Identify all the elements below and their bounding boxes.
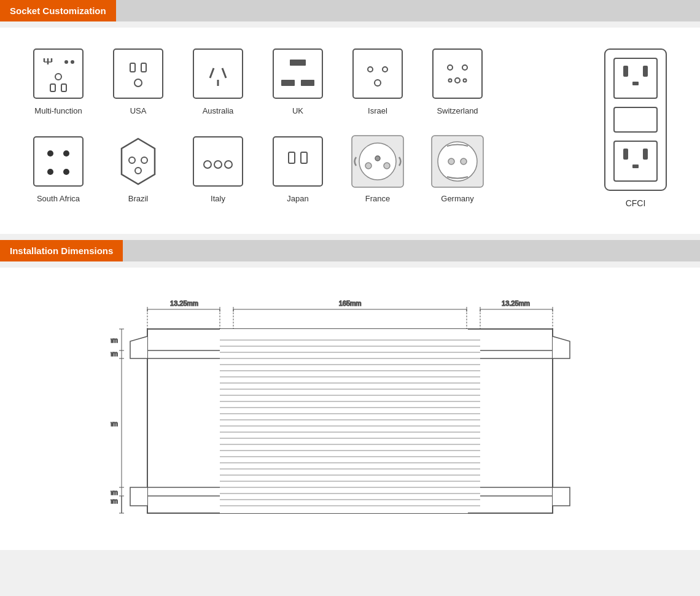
- svg-rect-11: [130, 63, 135, 72]
- socket-item-switzerland: Switzerland: [430, 46, 485, 115]
- svg-point-6: [71, 60, 74, 64]
- socket-label-japan: Japan: [287, 194, 308, 203]
- svg-point-56: [461, 158, 467, 164]
- svg-point-50: [375, 156, 380, 161]
- socket-section-title: Socket Customization: [0, 0, 116, 21]
- svg-rect-62: [614, 107, 657, 132]
- svg-point-13: [134, 79, 142, 87]
- svg-point-7: [55, 74, 61, 80]
- socket-item-usa: USA: [111, 46, 166, 115]
- dim-left-top: 20mm: [111, 336, 118, 344]
- svg-point-29: [455, 78, 460, 83]
- socket-item-france: France: [350, 134, 405, 203]
- socket-item-uk: UK: [270, 46, 325, 115]
- socket-item-italy: Italy: [190, 134, 246, 203]
- svg-rect-58: [614, 58, 657, 98]
- svg-rect-19: [290, 60, 306, 66]
- dim-left-bottom-20mm: 20mm: [111, 497, 118, 505]
- svg-marker-37: [122, 139, 155, 184]
- socket-section-bar: Socket Customization: [0, 0, 700, 21]
- svg-point-23: [368, 67, 373, 72]
- svg-rect-61: [632, 82, 639, 85]
- socket-label-southafrica: South Africa: [37, 194, 80, 203]
- svg-point-51: [365, 163, 371, 169]
- svg-rect-60: [643, 66, 648, 77]
- svg-point-33: [47, 150, 53, 157]
- dim-top-right: 13.25mm: [502, 300, 530, 307]
- install-section-bar: Installation Dimensions: [0, 240, 700, 261]
- svg-point-38: [129, 157, 135, 163]
- install-section-title: Installation Dimensions: [0, 240, 123, 261]
- svg-point-43: [214, 161, 222, 168]
- svg-point-5: [64, 60, 68, 64]
- svg-rect-59: [623, 66, 628, 77]
- socket-label-cfci: CFCI: [626, 198, 646, 208]
- svg-rect-26: [433, 49, 482, 98]
- svg-rect-20: [281, 80, 295, 86]
- svg-rect-32: [34, 137, 83, 186]
- svg-rect-65: [643, 149, 648, 160]
- svg-point-30: [449, 79, 452, 82]
- diagram-container: 13.25mm 165mm 13.25mm: [18, 280, 682, 525]
- svg-point-42: [204, 161, 211, 168]
- socket-label-switzerland: Switzerland: [437, 106, 478, 115]
- svg-point-55: [448, 158, 454, 164]
- socket-item-brazil: Brazil: [111, 134, 166, 203]
- svg-point-34: [63, 150, 69, 157]
- socket-label-australia: Australia: [203, 106, 234, 115]
- svg-point-52: [384, 163, 390, 169]
- svg-point-24: [383, 67, 387, 72]
- socket-label-israel: Israel: [368, 106, 387, 115]
- dim-top-left: 13.25mm: [170, 300, 198, 307]
- dim-left-54mm: 54mm: [111, 420, 118, 427]
- svg-rect-66: [632, 164, 639, 168]
- socket-row-2: South Africa Brazil: [18, 128, 596, 209]
- dim-left-5mm: 5mm: [111, 350, 118, 357]
- page: Socket Customization: [0, 0, 700, 550]
- svg-rect-8: [50, 84, 55, 91]
- install-section: 13.25mm 165mm 13.25mm: [0, 268, 700, 550]
- dim-top-center: 165mm: [339, 300, 362, 307]
- socket-item-japan: Japan: [270, 134, 325, 203]
- svg-point-25: [375, 80, 381, 86]
- svg-point-27: [448, 65, 453, 70]
- dim-left-4mm: 4mm: [111, 489, 118, 496]
- svg-line-16: [222, 68, 226, 78]
- svg-point-35: [47, 169, 53, 175]
- socket-label-brazil: Brazil: [128, 194, 149, 203]
- svg-rect-22: [353, 49, 402, 98]
- svg-rect-14: [193, 49, 243, 98]
- socket-label-germany: Germany: [441, 194, 473, 203]
- svg-point-31: [464, 79, 467, 82]
- svg-point-28: [462, 65, 467, 70]
- socket-row-1: Multi-function USA: [18, 40, 596, 122]
- socket-label-france: France: [365, 194, 390, 203]
- socket-label-italy: Italy: [211, 194, 225, 203]
- socket-item-southafrica: South Africa: [31, 134, 86, 203]
- socket-item-cfci: CFCI: [602, 46, 669, 208]
- socket-item-australia: Australia: [190, 46, 246, 115]
- socket-label-multifunction: Multi-function: [34, 106, 82, 115]
- svg-rect-47: [301, 152, 307, 163]
- svg-point-40: [135, 168, 141, 174]
- svg-point-49: [359, 143, 396, 180]
- svg-rect-46: [289, 152, 295, 163]
- svg-rect-12: [141, 63, 146, 72]
- svg-rect-21: [301, 80, 314, 86]
- socket-label-usa: USA: [130, 106, 147, 115]
- svg-rect-10: [114, 49, 163, 98]
- socket-label-uk: UK: [292, 106, 303, 115]
- socket-item-germany: Germany: [430, 134, 485, 203]
- svg-point-36: [63, 169, 69, 175]
- socket-item-multifunction: Multi-function: [31, 46, 86, 115]
- svg-rect-83: [220, 329, 468, 513]
- svg-point-54: [438, 142, 477, 181]
- socket-item-israel: Israel: [350, 46, 405, 115]
- svg-point-44: [225, 161, 232, 168]
- socket-section: Multi-function USA: [0, 28, 700, 234]
- svg-rect-63: [614, 141, 657, 181]
- svg-rect-45: [273, 137, 322, 186]
- svg-point-39: [141, 157, 147, 163]
- svg-rect-18: [273, 49, 322, 98]
- svg-rect-64: [623, 149, 628, 160]
